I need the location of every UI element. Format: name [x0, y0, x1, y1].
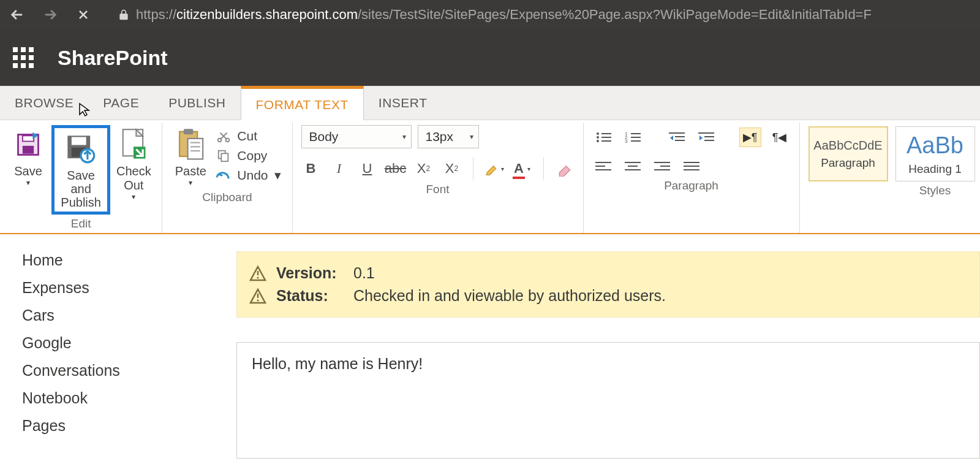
copy-label: Copy	[237, 148, 267, 163]
strikethrough-button[interactable]: abc	[386, 159, 405, 178]
group-label-edit: Edit	[71, 215, 91, 233]
group-label-styles: Styles	[919, 181, 951, 200]
chevron-down-icon: ▾	[26, 178, 30, 187]
highlight-button[interactable]: ▾	[484, 159, 504, 178]
sidebar-item-pages[interactable]: Pages	[22, 417, 236, 435]
copy-icon	[216, 149, 231, 162]
svg-point-50	[257, 276, 259, 278]
tab-page[interactable]: PAGE	[88, 86, 154, 120]
style-name: Paragraph	[821, 156, 875, 170]
back-button[interactable]	[6, 4, 28, 26]
font-color-button[interactable]: A▾	[513, 159, 532, 178]
undo-label: Undo	[237, 168, 268, 183]
paste-icon	[176, 128, 205, 162]
ribbon: Save ▾ Save and Publish	[0, 120, 980, 234]
subscript-button[interactable]: X2	[414, 159, 434, 178]
version-value: 0.1	[353, 264, 375, 282]
highlight-icon	[484, 161, 500, 177]
numbered-list-button[interactable]: 123	[622, 128, 644, 147]
ribbon-group-styles: AaBbCcDdE Paragraph AaBb Heading 1 AaBbC…	[800, 123, 981, 233]
style-name: Heading 1	[908, 162, 962, 176]
tab-publish[interactable]: PUBLISH	[154, 86, 240, 120]
tab-browse[interactable]: BROWSE	[0, 86, 88, 120]
align-justify-button[interactable]	[680, 157, 703, 177]
cut-button[interactable]: Cut	[216, 129, 281, 143]
svg-point-15	[218, 139, 222, 142]
status-value: Checked in and viewable by authorized us…	[353, 287, 666, 305]
style-paragraph[interactable]: AaBbCcDdE Paragraph	[809, 126, 888, 181]
ribbon-group-font: Body ▾ 13px ▾ B I U abc X2 X2 ▾	[293, 123, 584, 233]
content-area: Home Expenses Cars Google Conversations …	[0, 234, 980, 459]
group-label-font: Font	[426, 180, 449, 199]
svg-point-52	[257, 299, 259, 301]
align-right-button[interactable]	[651, 157, 673, 177]
svg-point-23	[597, 140, 599, 142]
tab-insert[interactable]: INSERT	[364, 86, 442, 120]
address-bar[interactable]: https://citizenbuilders.sharepoint.com/s…	[118, 7, 872, 23]
sidebar-item-notebook[interactable]: Notebook	[22, 389, 236, 407]
bold-button[interactable]: B	[301, 159, 321, 178]
divider	[473, 157, 473, 180]
product-title: SharePoint	[58, 46, 167, 70]
svg-rect-11	[188, 139, 203, 159]
save-button[interactable]: Save ▾	[9, 125, 48, 188]
style-sample: AaBbCcDdE	[813, 139, 882, 153]
sidebar-item-expenses[interactable]: Expenses	[22, 279, 236, 297]
svg-rect-4	[72, 137, 86, 145]
superscript-button[interactable]: X2	[442, 159, 462, 178]
check-out-button[interactable]: Check Out ▾	[114, 125, 153, 202]
sidebar-item-google[interactable]: Google	[22, 334, 236, 352]
sidebar-item-cars[interactable]: Cars	[22, 307, 236, 324]
font-family-select[interactable]: Body ▾	[301, 125, 412, 148]
outdent-button[interactable]	[666, 128, 688, 147]
main-column: Version: 0.1 Status: Checked in and view…	[236, 234, 980, 459]
style-sample: AaBb	[907, 132, 963, 159]
chevron-down-icon: ▾	[132, 193, 135, 201]
bulleted-list-button[interactable]	[592, 128, 614, 147]
ribbon-group-edit: Save ▾ Save and Publish	[0, 123, 162, 233]
editor-content: Hello, my name is Henry!	[252, 355, 423, 372]
lock-icon	[118, 8, 130, 21]
chevron-down-icon: ▾	[470, 132, 473, 141]
svg-point-21	[597, 136, 599, 139]
align-center-button[interactable]	[622, 157, 644, 177]
undo-button[interactable]: Undo ▾	[216, 168, 281, 183]
font-family-value: Body	[309, 129, 339, 144]
rtl-button[interactable]: ¶◀	[769, 128, 791, 147]
warning-icon	[249, 265, 266, 281]
indent-icon	[698, 131, 714, 143]
eraser-icon	[557, 161, 573, 177]
align-left-button[interactable]	[592, 157, 614, 177]
style-heading-1[interactable]: AaBb Heading 1	[895, 126, 975, 181]
sidebar-item-home[interactable]: Home	[22, 251, 236, 269]
paste-button[interactable]: Paste ▾	[171, 125, 210, 188]
font-size-select[interactable]: 13px ▾	[418, 125, 479, 148]
tab-format-text[interactable]: FORMAT TEXT	[241, 86, 364, 120]
save-label: Save	[14, 164, 42, 178]
ribbon-tabs: BROWSE PAGE PUBLISH FORMAT TEXT INSERT	[0, 86, 980, 120]
page-editor[interactable]: Hello, my name is Henry!	[236, 342, 980, 459]
group-label-paragraph: Paragraph	[664, 177, 718, 195]
stop-button[interactable]	[72, 4, 94, 26]
ltr-button[interactable]: ▶¶	[739, 128, 761, 147]
group-label-clipboard: Clipboard	[202, 188, 252, 207]
sharepoint-header: SharePoint	[0, 29, 980, 86]
clear-format-button[interactable]	[555, 159, 575, 178]
forward-button[interactable]	[39, 4, 61, 26]
url-path: /sites/TestSite/SitePages/Expense%20Page…	[358, 7, 872, 22]
save-and-publish-button[interactable]: Save and Publish	[56, 129, 106, 210]
copy-button[interactable]: Copy	[216, 148, 281, 163]
cut-icon	[216, 129, 231, 143]
app-launcher-icon[interactable]	[11, 45, 36, 70]
ribbon-group-paragraph: 123 ▶¶ ¶◀ Paragraph	[584, 123, 800, 233]
underline-button[interactable]: U	[358, 159, 377, 178]
svg-rect-18	[222, 153, 228, 161]
svg-point-19	[597, 132, 599, 135]
svg-text:3: 3	[625, 139, 628, 143]
indent-button[interactable]	[695, 128, 717, 147]
italic-button[interactable]: I	[330, 159, 349, 178]
ribbon-group-clipboard: Paste ▾ Cut Copy	[162, 123, 292, 233]
save-and-publish-highlight: Save and Publish	[51, 125, 110, 215]
outdent-icon	[669, 131, 685, 143]
sidebar-item-conversations[interactable]: Conversations	[22, 362, 236, 379]
